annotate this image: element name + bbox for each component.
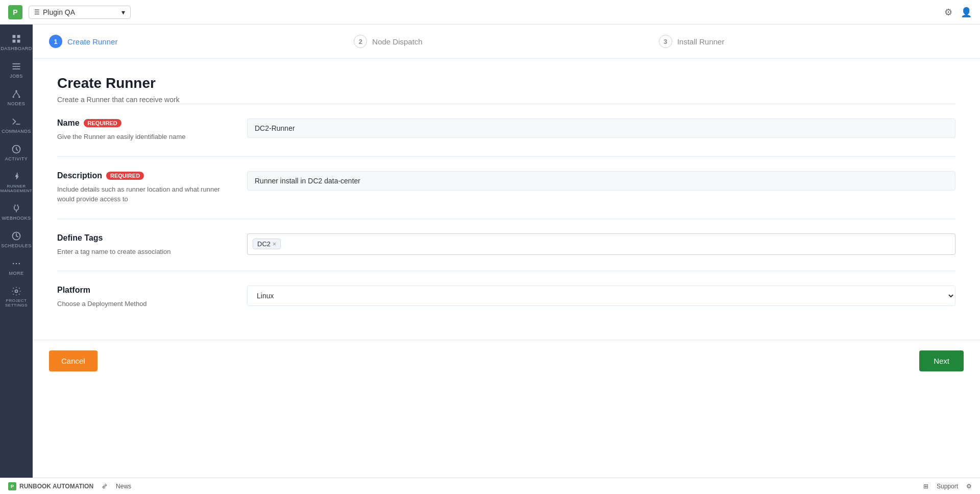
bottom-settings-icon[interactable]: ⚙ xyxy=(966,483,972,490)
step-2-label: Node Dispatch xyxy=(372,37,422,46)
plug-icon xyxy=(11,203,21,214)
svg-point-9 xyxy=(18,96,20,98)
description-label: Description xyxy=(57,171,102,180)
platform-hint: Choose a Deployment Method xyxy=(57,299,231,309)
sidebar-item-runner-management[interactable]: RUNNER MANAGEMENT xyxy=(0,167,33,198)
sidebar-item-jobs-label: JOBS xyxy=(10,74,23,79)
sidebar-item-schedules[interactable]: SCHEDULES xyxy=(0,226,33,253)
step-3-label: Install Runner xyxy=(677,37,725,46)
svg-rect-4 xyxy=(13,63,20,64)
sidebar-item-nodes[interactable]: NODES xyxy=(0,84,33,111)
sidebar-item-jobs[interactable]: JOBS xyxy=(0,56,33,84)
step-3: 3 Install Runner xyxy=(659,35,964,48)
svg-point-18 xyxy=(16,263,17,265)
svg-rect-6 xyxy=(13,68,20,69)
tags-label-group: Define Tags Enter a tag name to create a… xyxy=(57,233,231,257)
svg-line-10 xyxy=(13,92,16,96)
wizard-container: 1 Create Runner 2 Node Dispatch 3 Instal… xyxy=(33,25,980,478)
description-required-badge: Required xyxy=(106,172,144,180)
svg-rect-2 xyxy=(13,40,16,43)
news-label[interactable]: News xyxy=(116,483,131,490)
platform-label-group: Platform Choose a Deployment Method xyxy=(57,286,231,309)
app-name: RUNBOOK AUTOMATION xyxy=(19,483,93,490)
sidebar-item-dashboard-label: DASHBOARD xyxy=(1,46,32,51)
topbar-right: ⚙ 👤 xyxy=(944,7,972,18)
topbar-left: P ☰ Plugin QA ▾ xyxy=(8,5,131,19)
svg-point-7 xyxy=(15,90,17,92)
sidebar-item-activity-label: ACTIVITY xyxy=(5,156,28,161)
svg-line-11 xyxy=(16,92,19,96)
platform-field-name: Platform xyxy=(57,286,231,295)
svg-rect-0 xyxy=(13,35,16,38)
cancel-button[interactable]: Cancel xyxy=(49,350,97,371)
tags-input-wrapper: DC2 × xyxy=(247,233,955,255)
platform-section: Platform Choose a Deployment Method Linu… xyxy=(57,271,955,323)
grid-icon xyxy=(11,34,21,44)
tags-field-name: Define Tags xyxy=(57,233,231,243)
sidebar-item-activity[interactable]: ACTIVITY xyxy=(0,139,33,167)
svg-rect-3 xyxy=(17,40,20,43)
tags-text-input[interactable] xyxy=(284,240,950,248)
name-hint: Give the Runner an easily identifiable n… xyxy=(57,132,231,142)
bottom-right: ⊞ Support ⚙ xyxy=(923,483,972,490)
next-button[interactable]: Next xyxy=(919,350,964,371)
name-field-name: Name Required xyxy=(57,119,231,128)
description-field-name: Description Required xyxy=(57,171,231,180)
name-label: Name xyxy=(57,119,80,128)
step-1-label: Create Runner xyxy=(67,37,117,46)
sidebar-item-project-settings[interactable]: PROJECT SETTINGS xyxy=(0,281,33,313)
platform-select[interactable]: Linux Windows Docker xyxy=(247,286,955,306)
form-subtitle: Create a Runner that can receive work xyxy=(57,96,955,104)
svg-rect-5 xyxy=(13,66,20,67)
wizard-footer: Cancel Next xyxy=(33,340,980,382)
project-settings-icon xyxy=(11,286,21,296)
steps-header: 1 Create Runner 2 Node Dispatch 3 Instal… xyxy=(33,25,980,59)
tag-dc2-remove[interactable]: × xyxy=(273,241,276,248)
tag-dc2: DC2 × xyxy=(253,239,281,249)
form-title: Create Runner xyxy=(57,75,955,91)
sidebar-item-commands-label: COMMANDS xyxy=(2,129,31,134)
form-area: Create Runner Create a Runner that can r… xyxy=(33,59,980,340)
schedule-icon xyxy=(11,231,21,241)
description-label-group: Description Required Include details suc… xyxy=(57,171,231,204)
step-3-number: 3 xyxy=(659,35,672,48)
topbar-logo: P xyxy=(8,5,22,19)
dots-icon xyxy=(11,258,21,269)
sidebar-item-webhooks[interactable]: WEBHOOKS xyxy=(0,198,33,226)
svg-point-17 xyxy=(13,263,14,265)
sidebar-item-schedules-label: SCHEDULES xyxy=(1,243,32,248)
tags-section: Define Tags Enter a tag name to create a… xyxy=(57,219,955,271)
sidebar-item-more-label: MORE xyxy=(9,271,24,276)
project-selector[interactable]: ☰ Plugin QA ▾ xyxy=(29,6,131,19)
main-layout: DASHBOARD JOBS NODES COMMANDS ACTIVITY R… xyxy=(0,25,980,478)
name-section: Name Required Give the Runner an easily … xyxy=(57,104,955,156)
name-input[interactable] xyxy=(247,119,955,138)
step-1: 1 Create Runner xyxy=(49,35,354,48)
description-hint: Include details such as runner location … xyxy=(57,184,231,204)
svg-point-8 xyxy=(13,96,14,98)
sidebar-item-runner-label: RUNNER MANAGEMENT xyxy=(1,184,32,193)
tags-container[interactable]: DC2 × xyxy=(247,233,955,255)
description-input[interactable] xyxy=(247,171,955,191)
terminal-icon xyxy=(11,116,21,127)
name-required-badge: Required xyxy=(84,119,121,127)
support-label[interactable]: Support xyxy=(937,483,958,490)
chevron-down-icon: ▾ xyxy=(121,8,125,16)
platform-label: Platform xyxy=(57,286,90,295)
step-2-number: 2 xyxy=(354,35,367,48)
sidebar-item-webhooks-label: WEBHOOKS xyxy=(2,216,31,221)
sidebar-item-commands[interactable]: COMMANDS xyxy=(0,111,33,139)
sidebar-item-nodes-label: NODES xyxy=(8,101,26,106)
sidebar-item-dashboard[interactable]: DASHBOARD xyxy=(0,29,33,56)
settings-icon[interactable]: ⚙ xyxy=(944,7,952,18)
user-icon[interactable]: 👤 xyxy=(961,7,972,18)
tags-hint: Enter a tag name to create association xyxy=(57,247,231,257)
topbar: P ☰ Plugin QA ▾ ⚙ 👤 xyxy=(0,0,980,25)
step-1-number: 1 xyxy=(49,35,62,48)
nodes-icon xyxy=(11,89,21,99)
sidebar-item-more[interactable]: MORE xyxy=(0,253,33,281)
name-label-group: Name Required Give the Runner an easily … xyxy=(57,119,231,142)
content-area: 1 Create Runner 2 Node Dispatch 3 Instal… xyxy=(33,25,980,478)
project-name: Plugin QA xyxy=(43,8,75,16)
bottom-logo-icon: P xyxy=(8,482,16,490)
